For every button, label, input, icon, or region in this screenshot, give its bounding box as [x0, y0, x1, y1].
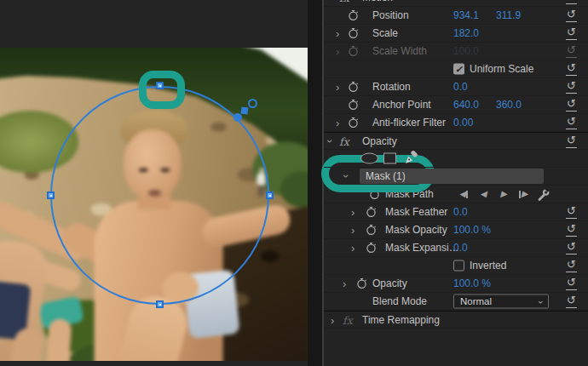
stopwatch-icon[interactable] — [348, 10, 359, 21]
row-inverted: Inverted ↺ — [324, 257, 588, 275]
track-mask-backward-one-frame-icon[interactable]: ◀ — [456, 188, 471, 200]
rectangle-mask-tool-icon[interactable] — [383, 153, 396, 164]
anti-flicker-value[interactable]: 0.00 — [453, 117, 473, 129]
reset-icon[interactable]: ↺ — [564, 295, 579, 308]
row-scale: › Scale 182.0 ↺ — [324, 25, 588, 43]
mask-handle-bottom[interactable] — [156, 300, 164, 308]
stopwatch-icon[interactable] — [348, 28, 359, 39]
stopwatch-icon[interactable] — [366, 207, 377, 218]
tracking-method-wrench-icon[interactable] — [536, 187, 550, 201]
mask-expansion-value[interactable]: 0.0 — [453, 242, 468, 254]
pen-mask-tool-icon[interactable] — [403, 151, 418, 166]
chevron-right-icon[interactable]: › — [351, 243, 355, 254]
property-label: Mask Opacity — [385, 224, 447, 236]
reset-icon[interactable]: ↺ — [564, 134, 579, 148]
blend-mode-select[interactable]: Normal › — [453, 295, 549, 309]
track-mask-forward-icon[interactable]: ▶ — [496, 188, 511, 200]
triangle-left: ◀ — [480, 188, 487, 200]
reset-icon[interactable]: ↺ — [564, 0, 579, 4]
chevron-right-icon: › — [336, 46, 339, 57]
fx-icon: fx — [339, 134, 349, 147]
property-label: Opacity — [372, 277, 407, 289]
rotation-value[interactable]: 0.0 — [453, 81, 468, 93]
property-label: Rotation — [372, 81, 411, 93]
property-label: Mask Expansi… — [385, 242, 459, 254]
row-time-remapping[interactable]: › fx Time Remapping — [324, 311, 588, 329]
row-position: Position 934.1 311.9 ↺ — [324, 7, 588, 25]
track-mask-backward-icon[interactable]: ◀ — [476, 188, 491, 200]
mask-feather-origin-handle[interactable] — [233, 113, 242, 122]
reset-icon[interactable]: ↺ — [564, 26, 579, 40]
fx-icon: fx — [339, 0, 349, 4]
effect-rows: fx Motion ↺ Position 934.1 311.9 ↺ › — [324, 0, 588, 329]
row-uniform-scale: ✓ Uniform Scale ↺ — [324, 60, 588, 78]
mask-expansion-handle[interactable] — [240, 106, 248, 114]
stopwatch-icon[interactable] — [366, 243, 377, 254]
property-label: Mask Feather — [385, 206, 447, 218]
row-mask-opacity: › Mask Opacity 100.0 % ↺ — [324, 221, 588, 239]
property-label: Anchor Point — [372, 99, 431, 111]
chevron-right-icon[interactable]: › — [336, 82, 339, 93]
reset-icon[interactable]: ↺ — [564, 9, 579, 22]
row-scale-width: › Scale Width 100.0 ↺ — [324, 43, 588, 60]
opacity-value[interactable]: 100.0 % — [453, 277, 491, 289]
reset-icon[interactable]: ↺ — [564, 259, 579, 272]
reset-icon[interactable]: ↺ — [564, 98, 579, 112]
row-mask-feather: › Mask Feather 0.0 ↺ — [324, 203, 588, 221]
reset-icon: ↺ — [564, 44, 579, 58]
row-anti-flicker: › Anti-flicker Filter 0.00 ↺ — [324, 114, 588, 132]
chevron-right-icon[interactable]: › — [336, 117, 339, 129]
stopwatch-icon[interactable] — [366, 225, 377, 236]
chevron-right-icon[interactable]: › — [331, 314, 334, 325]
reset-icon[interactable]: ↺ — [564, 241, 579, 254]
reset-icon[interactable]: ↺ — [564, 205, 579, 219]
ellipse-mask-tool-icon[interactable] — [360, 153, 378, 164]
mask-feather-value[interactable]: 0.0 — [453, 206, 468, 218]
anchor-x-value[interactable]: 640.0 — [453, 99, 479, 111]
reset-icon[interactable]: ↺ — [564, 62, 579, 76]
checkbox-label: Uniform Scale — [470, 63, 533, 75]
effect-title: Time Remapping — [362, 314, 440, 326]
track-mask-forward-one-frame-icon[interactable]: ▶ — [516, 188, 531, 200]
chevron-right-icon[interactable]: › — [351, 225, 355, 236]
row-mask-tools — [324, 150, 588, 168]
property-label: Scale Width — [372, 45, 427, 57]
stopwatch-icon[interactable] — [348, 117, 359, 129]
chevron-down-icon: › — [535, 300, 548, 304]
reset-icon[interactable]: ↺ — [564, 80, 579, 94]
uniform-scale-checkbox[interactable]: ✓ — [453, 64, 464, 75]
mask-handle-left[interactable] — [47, 192, 55, 199]
row-rotation: › Rotation 0.0 ↺ — [324, 78, 588, 96]
position-y-value[interactable]: 311.9 — [496, 9, 521, 21]
position-x-value[interactable]: 934.1 — [453, 9, 479, 21]
row-opacity-header[interactable]: › fx Opacity ↺ — [324, 132, 588, 150]
reset-icon[interactable]: ↺ — [564, 277, 579, 290]
triangle-left: ◀ — [459, 188, 466, 200]
property-label: Anti-flicker Filter — [372, 117, 446, 129]
anchor-y-value[interactable]: 360.0 — [496, 99, 522, 111]
effect-controls-panel: fx Motion ↺ Position 934.1 311.9 ↺ › — [324, 0, 588, 366]
mask-handle-right[interactable] — [266, 192, 274, 199]
scale-value[interactable]: 182.0 — [453, 27, 479, 39]
program-monitor — [0, 0, 308, 366]
triangle-right: ▶ — [500, 188, 507, 200]
fx-icon: fx — [343, 313, 353, 326]
reset-icon[interactable]: ↺ — [564, 116, 579, 129]
row-motion-header[interactable]: fx Motion ↺ — [324, 0, 588, 7]
inverted-checkbox[interactable] — [453, 260, 464, 272]
stopwatch-icon[interactable] — [348, 82, 359, 93]
chevron-down-icon[interactable]: › — [325, 139, 336, 142]
blend-mode-value: Normal — [460, 296, 492, 306]
mask-name-field[interactable]: Mask (1) — [360, 169, 544, 184]
mask-opacity-value[interactable]: 100.0 % — [453, 224, 491, 236]
annotation-highlight-top-handle — [139, 71, 185, 109]
mask-feather-handle[interactable] — [248, 99, 257, 108]
chevron-right-icon[interactable]: › — [336, 28, 339, 39]
chevron-right-icon[interactable]: › — [351, 207, 355, 218]
stopwatch-icon[interactable] — [348, 100, 359, 111]
stopwatch-icon[interactable] — [356, 278, 367, 289]
chevron-right-icon[interactable]: › — [343, 278, 346, 289]
reset-icon[interactable]: ↺ — [564, 223, 579, 237]
scale-width-value: 100.0 — [453, 45, 479, 57]
premiere-workspace: fx Motion ↺ Position 934.1 311.9 ↺ › — [0, 0, 588, 366]
